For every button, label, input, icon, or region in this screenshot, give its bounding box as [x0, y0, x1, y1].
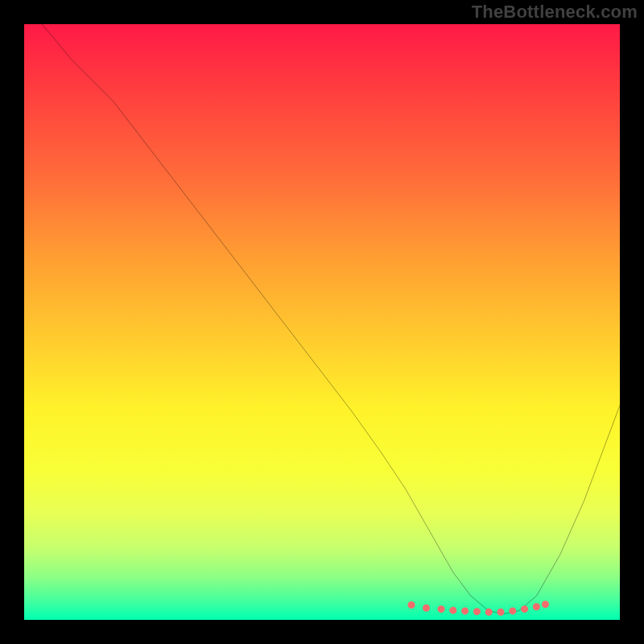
- trough-dot: [521, 605, 528, 613]
- trough-dot: [542, 601, 549, 608]
- trough-dot: [485, 609, 493, 616]
- watermark-text: TheBottleneck.com: [472, 2, 638, 23]
- trough-dot: [449, 607, 456, 614]
- trough-dot: [423, 605, 430, 612]
- trough-dot: [407, 601, 415, 609]
- curve-svg: [24, 24, 620, 620]
- chart-frame: TheBottleneck.com: [0, 0, 644, 644]
- trough-dot: [497, 609, 504, 616]
- bottleneck-curve: [42, 24, 620, 614]
- trough-dot: [461, 607, 469, 614]
- trough-dot: [473, 608, 481, 615]
- trough-dot: [437, 605, 444, 613]
- trough-dot: [533, 603, 540, 610]
- trough-dot: [509, 607, 516, 614]
- trough-markers: [407, 601, 549, 616]
- plot-area: [24, 24, 620, 620]
